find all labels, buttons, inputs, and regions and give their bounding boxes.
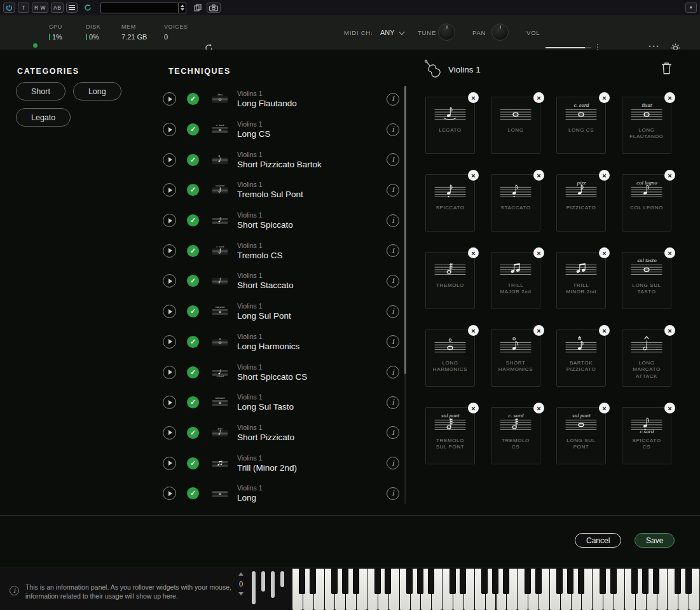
remove-card-icon[interactable]: × — [468, 247, 479, 258]
piano-black-key[interactable] — [331, 569, 338, 594]
info-button[interactable]: i — [387, 275, 399, 288]
enabled-check-icon[interactable]: ✓ — [187, 123, 199, 135]
copy-icon[interactable] — [194, 4, 202, 11]
piano-black-key[interactable] — [525, 569, 531, 594]
play-button[interactable] — [163, 396, 176, 409]
cancel-button[interactable]: Cancel — [575, 533, 621, 548]
transport-button[interactable]: T — [18, 3, 29, 13]
info-button[interactable]: i — [387, 93, 399, 106]
remove-card-icon[interactable]: × — [664, 403, 675, 413]
info-button[interactable]: i — [387, 457, 399, 469]
technique-card[interactable]: × flaut LONG FLAUTANDO — [622, 97, 671, 154]
info-button[interactable]: i — [387, 426, 399, 439]
play-button[interactable] — [163, 335, 176, 349]
technique-card[interactable]: × col legno COL LEGNO — [622, 174, 671, 232]
technique-card[interactable]: × SPICCATO — [425, 174, 475, 232]
remove-card-icon[interactable]: × — [468, 92, 479, 103]
remove-card-icon[interactable]: × — [599, 247, 610, 258]
play-button[interactable] — [163, 153, 176, 167]
octave-down-button[interactable] — [238, 592, 244, 595]
piano-black-key[interactable] — [610, 569, 617, 594]
play-button[interactable] — [163, 214, 176, 227]
play-button[interactable] — [163, 305, 176, 318]
piano-black-key[interactable] — [374, 569, 381, 594]
technique-card[interactable]: × pizz PIZZICATO — [556, 174, 606, 232]
pan-knob[interactable] — [491, 24, 509, 41]
remove-card-icon[interactable]: × — [599, 325, 610, 336]
enabled-check-icon[interactable]: ✓ — [187, 154, 199, 166]
play-button[interactable] — [163, 244, 176, 258]
remove-card-icon[interactable]: × — [599, 403, 610, 413]
info-button[interactable]: i — [387, 487, 399, 500]
preset-stepper[interactable] — [178, 3, 186, 13]
trash-icon[interactable] — [661, 62, 672, 74]
remove-card-icon[interactable]: × — [468, 325, 479, 336]
technique-card[interactable]: × LONG HARMONICS — [425, 329, 475, 387]
remove-card-icon[interactable]: × — [599, 92, 610, 103]
piano-black-key[interactable] — [342, 569, 348, 594]
piano-black-key[interactable] — [600, 569, 606, 594]
mini-fader[interactable] — [280, 571, 284, 587]
octave-up-button[interactable] — [238, 572, 244, 576]
piano-black-key[interactable] — [353, 569, 359, 594]
enabled-check-icon[interactable]: ✓ — [187, 305, 199, 317]
enabled-check-icon[interactable]: ✓ — [187, 336, 199, 348]
technique-card[interactable]: × LEGATO — [425, 97, 475, 154]
info-button[interactable]: i — [387, 184, 399, 197]
technique-card[interactable]: × TRILL MAJOR 2nd — [491, 252, 540, 309]
piano-black-key[interactable] — [556, 569, 563, 594]
technique-card[interactable]: × LONG — [491, 97, 540, 154]
enabled-check-icon[interactable]: ✓ — [187, 396, 199, 408]
technique-card[interactable]: × sul pont LONG SUL PONT — [556, 407, 606, 464]
info-button[interactable]: i — [387, 153, 399, 166]
remove-card-icon[interactable]: × — [664, 247, 675, 258]
category-pill-short[interactable]: Short — [16, 82, 65, 101]
play-button[interactable] — [163, 487, 176, 500]
save-button[interactable]: Save — [635, 533, 675, 548]
piano-black-key[interactable] — [535, 569, 542, 594]
info-button[interactable]: i — [387, 244, 399, 257]
technique-card[interactable]: × c. sord TREMOLO CS — [491, 407, 540, 464]
enabled-check-icon[interactable]: ✓ — [187, 457, 199, 469]
info-button[interactable]: i — [387, 396, 399, 409]
technique-card[interactable]: × BARTOK PIZZICATO — [556, 329, 606, 387]
snapshot-button[interactable] — [207, 3, 221, 13]
technique-card[interactable]: × TREMOLO — [425, 252, 475, 309]
category-pill-long[interactable]: Long — [73, 82, 121, 101]
info-button[interactable]: i — [387, 214, 399, 227]
piano-black-key[interactable] — [631, 569, 638, 594]
technique-card[interactable]: × sul tasto LONG SUL TASTO — [622, 252, 671, 309]
preset-selector[interactable] — [100, 3, 186, 13]
technique-card[interactable]: × SHORT HARMONICS — [491, 329, 540, 387]
remove-card-icon[interactable]: × — [599, 170, 610, 181]
piano-black-key[interactable] — [385, 569, 391, 594]
piano-black-key[interactable] — [417, 569, 423, 594]
piano-black-key[interactable] — [406, 569, 413, 594]
enabled-check-icon[interactable]: ✓ — [187, 214, 199, 226]
enabled-check-icon[interactable]: ✓ — [187, 93, 199, 105]
techniques-scrollbar[interactable] — [404, 86, 406, 504]
piano-black-key[interactable] — [642, 569, 649, 594]
read-write-button[interactable]: R W — [32, 3, 48, 13]
scrollbar-thumb[interactable] — [404, 86, 406, 374]
info-button[interactable]: i — [387, 123, 399, 136]
window-dropdown[interactable]: ▼ — [685, 3, 697, 13]
sync-icon[interactable] — [84, 4, 92, 11]
enabled-check-icon[interactable]: ✓ — [187, 366, 199, 378]
remove-card-icon[interactable]: × — [533, 247, 544, 258]
piano-black-key[interactable] — [503, 569, 509, 594]
play-button[interactable] — [163, 123, 176, 136]
piano-black-key[interactable] — [460, 569, 466, 594]
enabled-check-icon[interactable]: ✓ — [187, 487, 199, 499]
technique-card[interactable]: × sul pont TREMOLO SUL PONT — [425, 407, 475, 464]
enabled-check-icon[interactable]: ✓ — [187, 275, 199, 287]
remove-card-icon[interactable]: × — [468, 170, 479, 181]
piano-black-key[interactable] — [450, 569, 456, 594]
remove-card-icon[interactable]: × — [468, 403, 479, 413]
category-pill-legato[interactable]: Legato — [16, 108, 71, 127]
piano-black-key[interactable] — [481, 569, 488, 594]
technique-card[interactable]: × TRILL MINOR 2nd — [556, 252, 606, 309]
remove-card-icon[interactable]: × — [533, 325, 544, 336]
play-button[interactable] — [163, 92, 176, 106]
technique-card[interactable]: × c.sord SPICCATO CS — [622, 407, 671, 464]
